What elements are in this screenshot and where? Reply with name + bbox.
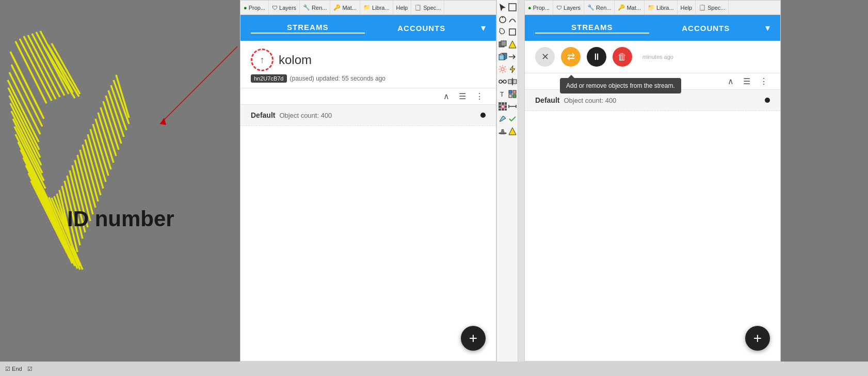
svg-rect-91 — [505, 108, 507, 111]
paint-icon[interactable] — [498, 114, 507, 123]
stream-header-left: STREAMS ACCOUNTS ▾ — [240, 15, 496, 41]
id-number-label: ID number — [67, 207, 174, 231]
streams-tab-right[interactable]: STREAMS — [535, 23, 649, 34]
rect-select-icon[interactable] — [508, 3, 517, 12]
tab-spec-left[interactable]: 📋 Spec... — [411, 1, 444, 14]
svg-rect-66 — [509, 29, 516, 35]
collapse-btn-right[interactable]: ∧ — [726, 75, 736, 87]
dropdown-arrow-left[interactable]: ▾ — [481, 22, 486, 34]
tab-spec-right[interactable]: 📋 Spec... — [696, 1, 729, 14]
split-icon[interactable] — [508, 77, 517, 86]
toolbar-row-11 — [497, 125, 518, 137]
stream-item-left: ↑ kolom hn2U7cB7d (paused) updated: 55 s… — [240, 41, 496, 88]
arc-icon[interactable] — [508, 15, 517, 24]
gear-icon[interactable] — [498, 65, 507, 74]
dropdown-arrow-right[interactable]: ▾ — [765, 22, 770, 34]
tab-prop-left[interactable]: ● Prop... — [240, 1, 269, 14]
layer-name-left: Default — [251, 111, 275, 119]
move-icon[interactable] — [498, 40, 507, 49]
toolbar-row-9 — [497, 100, 518, 113]
bottom-bar: ☑ End ☑ — [0, 362, 868, 376]
svg-text:T: T — [500, 91, 504, 98]
stream-controls-left: ∧ ☰ ⋮ — [240, 88, 496, 105]
delete-button-right[interactable]: 🗑 — [613, 47, 632, 67]
more-btn-left[interactable]: ⋮ — [473, 90, 486, 102]
toolbar-tabs-right: ● Prop... 🛡 Layers 🔧 Ren... 🔑 Mat... 📁 L… — [525, 1, 780, 15]
triangle-icon[interactable] — [508, 127, 517, 136]
chain-icon[interactable] — [498, 77, 507, 86]
box-3d-icon[interactable] — [498, 52, 507, 61]
tab-mat-right[interactable]: 🔑 Mat... — [615, 1, 645, 14]
measure-icon[interactable] — [508, 102, 517, 111]
status-end-label: ☑ End — [5, 366, 22, 372]
svg-rect-89 — [499, 108, 501, 111]
check-icon[interactable] — [508, 114, 517, 123]
tab-layers-left[interactable]: 🛡 Layers — [269, 1, 300, 14]
tab-libra-right[interactable]: 📁 Libra... — [645, 1, 678, 14]
svg-rect-88 — [505, 105, 507, 108]
tab-help-right[interactable]: Help — [678, 1, 696, 14]
accounts-tab-right[interactable]: ACCOUNTS — [649, 24, 763, 33]
tab-ren-right[interactable]: 🔧 Ren... — [584, 1, 615, 14]
explode-icon[interactable] — [508, 40, 517, 49]
stream-icon-circle-left[interactable]: ↑ — [251, 49, 274, 71]
svg-rect-80 — [513, 90, 516, 93]
layer-dot-left — [480, 113, 486, 118]
list-btn-right[interactable]: ☰ — [741, 75, 752, 87]
pause-button-right[interactable]: ⏸ — [587, 47, 606, 67]
svg-rect-83 — [499, 102, 501, 105]
toolbar-tabs-left: ● Prop... 🛡 Layers 🔧 Ren... 🔑 Mat... 📁 L… — [240, 1, 496, 15]
svg-point-73 — [503, 80, 506, 83]
tab-ren-left[interactable]: 🔧 Ren... — [300, 1, 330, 14]
svg-marker-96 — [509, 128, 516, 135]
svg-rect-85 — [505, 102, 507, 105]
canvas-drawing — [0, 0, 240, 362]
svg-marker-69 — [509, 41, 516, 48]
collapse-btn-left[interactable]: ∧ — [441, 90, 452, 102]
lasso-icon[interactable] — [498, 27, 507, 37]
svg-rect-87 — [502, 105, 504, 108]
grid-icon[interactable] — [498, 102, 507, 111]
add-button-left[interactable]: + — [461, 326, 486, 351]
action-buttons-row: ✕ ⇄ ⏸ 🗑 minutes ago Add or remove object… — [525, 41, 780, 73]
sync-button-right[interactable]: ⇄ — [561, 47, 581, 67]
lightning-icon[interactable] — [508, 65, 517, 74]
text-icon[interactable]: T — [498, 89, 507, 99]
panel-left: ● Prop... 🛡 Layers 🔧 Ren... 🔑 Mat... 📁 L… — [240, 0, 496, 362]
svg-rect-90 — [502, 108, 504, 111]
arrow-icon[interactable] — [508, 52, 517, 61]
stream-id-badge-left: hn2U7cB7d — [251, 74, 287, 83]
rotate-icon[interactable] — [498, 15, 507, 24]
svg-rect-77 — [513, 80, 517, 84]
tab-prop-right[interactable]: ● Prop... — [525, 1, 553, 14]
hat-icon[interactable] — [498, 127, 507, 136]
middle-toolbar: T — [496, 0, 518, 362]
svg-rect-82 — [513, 95, 516, 98]
toolbar-row-4 — [497, 38, 518, 51]
svg-rect-68 — [501, 41, 506, 46]
svg-rect-76 — [508, 80, 512, 84]
svg-rect-79 — [509, 90, 512, 93]
stream-header-right: STREAMS ACCOUNTS ▾ — [525, 15, 780, 41]
close-button-right[interactable]: ✕ — [535, 47, 555, 67]
cursor-icon[interactable] — [498, 3, 507, 12]
tab-layers-right[interactable]: 🛡 Layers — [553, 1, 584, 14]
stream-status-left: (paused) updated: 55 seconds ago — [290, 75, 385, 82]
layer-row-left: Default Object count: 400 — [240, 105, 496, 126]
add-button-right[interactable]: + — [745, 326, 770, 351]
svg-point-72 — [499, 80, 502, 83]
toolbar-row-10 — [497, 113, 518, 125]
toolbar-row-6 — [497, 63, 518, 75]
rect-icon[interactable] — [508, 27, 517, 37]
component-icon[interactable] — [508, 89, 517, 99]
svg-rect-64 — [509, 4, 516, 11]
tab-libra-left[interactable]: 📁 Libra... — [360, 1, 393, 14]
streams-tab-left[interactable]: STREAMS — [251, 23, 365, 34]
more-btn-right[interactable]: ⋮ — [758, 75, 770, 87]
tab-help-left[interactable]: Help — [393, 1, 412, 14]
tab-mat-left[interactable]: 🔑 Mat... — [330, 1, 360, 14]
accounts-tab-left[interactable]: ACCOUNTS — [365, 24, 479, 33]
list-btn-left[interactable]: ☰ — [457, 90, 468, 102]
toolbar-row-8: T — [497, 88, 518, 100]
panel-separator — [518, 0, 524, 376]
